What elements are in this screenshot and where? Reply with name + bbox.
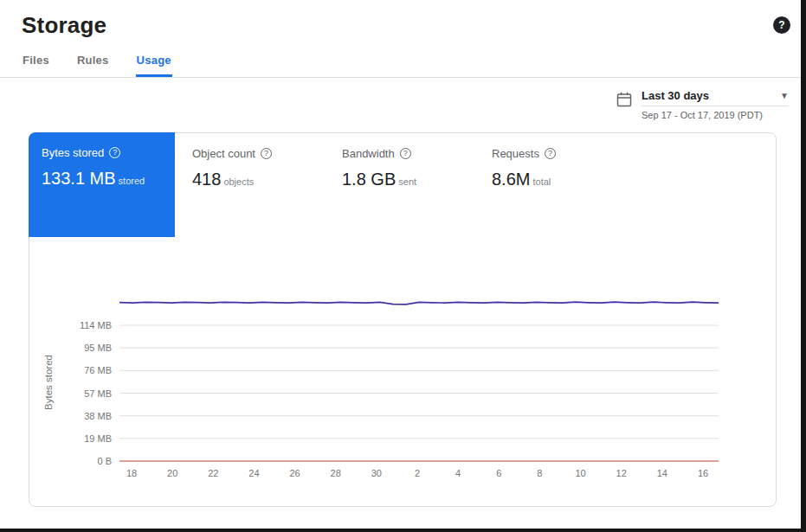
tab-rules[interactable]: Rules [76, 49, 110, 77]
help-circle-icon[interactable]: ? [400, 148, 411, 159]
page-title: Storage [22, 12, 106, 39]
y-axis-tick-label: 57 MB [84, 388, 112, 399]
series-line-bytes-stored [119, 302, 719, 304]
help-glyph: ? [113, 149, 117, 157]
tab-files[interactable]: Files [22, 49, 50, 77]
page-header: Storage ? [0, 0, 801, 39]
help-circle-icon[interactable]: ? [545, 148, 556, 159]
metric-value: 133.1 MB [42, 169, 116, 188]
metric-value-row: 8.6Mtotal [492, 170, 616, 189]
x-axis-tick-label: 18 [126, 468, 137, 478]
help-glyph: ? [264, 150, 268, 157]
x-axis-tick-label: 22 [208, 468, 218, 478]
metric-unit: stored [119, 176, 145, 186]
help-glyph: ? [778, 19, 784, 31]
help-glyph: ? [548, 150, 552, 157]
metric-label-row: Bytes stored ? [42, 146, 166, 159]
metric-label: Bytes stored [42, 146, 104, 159]
metric-unit: sent [398, 176, 416, 187]
x-axis-tick-label: 16 [698, 468, 708, 478]
metrics-row: Bytes stored ? 133.1 MBstored Object cou… [29, 133, 776, 237]
date-range-value: Last 30 days [642, 89, 709, 102]
x-axis-tick-label: 26 [289, 468, 300, 478]
x-axis-tick-label: 4 [455, 468, 461, 478]
x-axis-tick-label: 20 [167, 468, 177, 478]
metric-value: 418 [192, 170, 221, 189]
x-axis-tick-label: 12 [616, 468, 627, 478]
x-axis-tick-label: 10 [575, 468, 585, 478]
metric-value: 8.6M [492, 170, 530, 189]
x-axis-tick-label: 8 [537, 468, 542, 478]
x-axis-tick-label: 6 [496, 468, 501, 478]
date-range-toolbar: Last 30 days ▼ Sep 17 - Oct 17, 2019 (PD… [0, 78, 801, 128]
x-axis-tick-label: 2 [415, 468, 420, 478]
metric-label-row: Requests ? [492, 147, 616, 160]
y-axis-tick-label: 76 MB [84, 365, 112, 375]
metric-value: 1.8 GB [342, 170, 396, 189]
metric-object-count[interactable]: Object count ? 418objects [175, 133, 325, 237]
metric-bytes-stored[interactable]: Bytes stored ? 133.1 MBstored [29, 132, 175, 237]
help-circle-icon[interactable]: ? [109, 147, 120, 158]
metric-unit: objects [223, 176, 254, 187]
metric-label-row: Object count ? [192, 147, 316, 160]
y-axis-tick-label: 95 MB [84, 343, 112, 353]
x-axis-tick-label: 30 [371, 468, 382, 478]
metric-value-row: 1.8 GBsent [342, 170, 466, 189]
help-glyph: ? [403, 150, 408, 157]
metric-label-row: Bandwidth ? [342, 147, 466, 160]
metric-requests[interactable]: Requests ? 8.6Mtotal [474, 133, 624, 237]
help-icon[interactable]: ? [773, 16, 790, 34]
x-axis-tick-label: 24 [248, 468, 259, 478]
x-axis-tick-label: 28 [331, 468, 341, 478]
date-range-texts: Last 30 days ▼ Sep 17 - Oct 17, 2019 (PD… [642, 89, 789, 120]
caret-down-icon: ▼ [780, 92, 789, 100]
x-axis-tick-label: 14 [657, 468, 667, 478]
y-axis-tick-label: 38 MB [84, 411, 112, 421]
metric-label: Object count [192, 147, 255, 160]
usage-chart: 114 MB95 MB76 MB57 MB38 MB19 MB0 B182022… [29, 237, 776, 497]
calendar-icon [616, 91, 633, 108]
date-range-field[interactable]: Last 30 days ▼ [642, 89, 789, 106]
metric-unit: total [532, 176, 551, 187]
date-range-detail: Sep 17 - Oct 17, 2019 (PDT) [642, 110, 789, 120]
metric-label: Requests [492, 147, 539, 160]
tab-usage[interactable]: Usage [136, 49, 172, 77]
y-axis-title: Bytes stored [43, 355, 54, 410]
y-axis-tick-label: 114 MB [80, 320, 112, 330]
y-axis-tick-label: 19 MB [84, 433, 112, 444]
metric-value-row: 418objects [192, 170, 316, 189]
date-range-selector[interactable]: Last 30 days ▼ Sep 17 - Oct 17, 2019 (PD… [616, 89, 789, 128]
tab-bar: Files Rules Usage [0, 49, 801, 78]
storage-usage-screen: Storage ? Files Rules Usage Last 30 days [0, 0, 801, 529]
metric-label: Bandwidth [342, 147, 395, 160]
metric-bandwidth[interactable]: Bandwidth ? 1.8 GBsent [325, 133, 474, 237]
metric-value-row: 133.1 MBstored [42, 169, 166, 189]
help-circle-icon[interactable]: ? [261, 148, 272, 159]
y-axis-tick-label: 0 B [97, 456, 112, 466]
usage-card: Bytes stored ? 133.1 MBstored Object cou… [29, 132, 777, 507]
